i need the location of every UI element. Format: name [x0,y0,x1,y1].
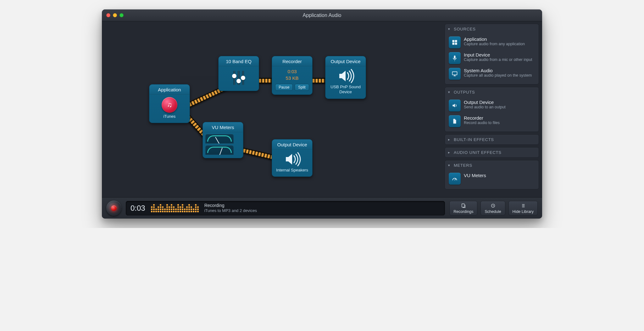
library-sidebar: ▾ SOURCES Application Capture audio from… [441,21,542,197]
panel-header-au[interactable]: ▸ AUDIO UNIT EFFECTS [445,148,539,157]
routing-canvas[interactable]: Application ♫ iTunes 10 Band EQ [102,21,441,197]
zoom-button[interactable] [119,13,124,17]
panel-header-builtin[interactable]: ▸ BUILT-IN EFFECTS [445,135,539,144]
node-recorder[interactable]: Recorder 0:03 53 KB Pause Split [272,56,313,95]
panel-title: SOURCES [454,27,476,31]
button-label: Recordings [453,209,473,214]
panel-sources: ▾ SOURCES Application Capture audio from… [445,24,539,84]
record-button[interactable] [106,201,121,216]
recorder-time: 0:03 [287,69,297,74]
window-controls [106,13,124,17]
panel-outputs: ▾ OUTPUTS Output Device Send audio to an… [445,87,539,132]
library-item-title: Input Device [464,52,532,57]
clock-icon [490,203,496,208]
main-body: Application ♫ iTunes 10 Band EQ [102,21,542,197]
title-bar: Application Audio [102,9,542,21]
library-item-desc: Capture audio from any application [464,42,525,47]
chevron-down-icon: ▾ [448,90,452,94]
library-item-input-device[interactable]: Input Device Capture audio from a mic or… [447,50,536,66]
panel-builtin-effects: ▸ BUILT-IN EFFECTS [445,134,539,145]
library-item-title: System Audio [464,68,532,73]
node-sublabel: Internal Speakers [276,168,308,173]
panel-title: METERS [454,163,472,168]
chevron-down-icon: ▾ [448,163,452,167]
panel-title: OUTPUTS [454,90,475,95]
hide-library-button[interactable]: Hide Library [508,201,538,215]
node-sublabel: USB PnP Sound Device [330,84,361,95]
node-application[interactable]: Application ♫ iTunes [149,84,190,123]
close-button[interactable] [106,13,110,17]
microphone-icon [449,52,461,64]
chevron-down-icon: ▾ [448,27,452,31]
file-icon [449,115,461,127]
library-item-desc: Capture audio from a mic or other input [464,57,532,62]
schedule-button[interactable]: Schedule [480,201,505,215]
minimize-button[interactable] [113,13,117,17]
chevron-right-icon: ▸ [448,138,452,142]
library-item-output-device[interactable]: Output Device Send audio to an output [447,98,536,113]
library-item-vu-meters[interactable]: VU Meters [447,171,536,187]
vu-meter-icon [203,132,243,155]
status-line2: iTunes to MP3 and 2 devices [204,208,257,213]
app-icon [449,36,461,48]
footer-buttons: Recordings Schedule Hide Library [449,201,538,215]
status-text: Recording iTunes to MP3 and 2 devices [204,203,257,213]
library-item-application[interactable]: Application Capture audio from any appli… [447,35,536,50]
gauge-icon [449,173,461,185]
record-led-icon [111,205,117,211]
node-title: VU Meters [203,122,243,132]
display-icon [449,68,461,80]
window-title: Application Audio [102,13,542,18]
node-sublabel: iTunes [164,114,176,119]
node-eq[interactable]: 10 Band EQ [218,56,259,91]
node-title: Recorder [272,56,312,66]
speaker-icon [336,69,356,83]
node-title: Output Device [272,139,312,149]
panel-header-meters[interactable]: ▾ METERS [445,160,539,170]
speaker-icon [282,152,302,166]
node-title: Application [149,84,190,95]
library-item-title: Application [464,36,525,42]
chevron-right-icon: ▸ [448,150,452,155]
library-item-desc: Record audio to files [464,121,500,126]
panel-title: AUDIO UNIT EFFECTS [454,150,502,155]
list-icon [520,203,526,208]
level-meter-icon [151,204,199,212]
library-item-title: Recorder [464,115,500,121]
library-item-desc: Send audio to an output [464,105,506,110]
recorder-size: 53 KB [286,75,299,81]
recordings-button[interactable]: Recordings [449,201,477,215]
button-label: Hide Library [513,209,534,214]
status-display: 0:03 Recording iTunes to MP3 and 2 devic… [126,201,445,215]
svg-rect-1 [462,204,464,207]
app-window: Application Audio Application ♫ iTunes 1… [102,9,542,219]
node-vu-meters[interactable]: VU Meters [203,122,243,158]
node-title: Output Device [325,56,366,66]
svg-rect-0 [452,72,457,75]
pause-button[interactable]: Pause [275,84,293,91]
library-item-system-audio[interactable]: System Audio Capture all audio played on… [447,66,536,82]
panel-header-sources[interactable]: ▾ SOURCES [445,24,539,34]
node-title: 10 Band EQ [219,56,259,66]
node-output-usb[interactable]: Output Device USB PnP Sound Device [325,56,366,99]
footer-bar: 0:03 Recording iTunes to MP3 and 2 devic… [102,197,542,219]
status-time: 0:03 [130,204,145,213]
split-button[interactable]: Split [295,84,309,91]
library-item-title: Output Device [464,100,506,105]
itunes-icon: ♫ [162,97,177,113]
library-item-recorder[interactable]: Recorder Record audio to files [447,113,536,129]
speaker-icon [449,100,461,111]
library-item-desc: Capture all audio played on the system [464,73,532,78]
panel-au-effects: ▸ AUDIO UNIT EFFECTS [445,147,539,158]
library-item-title: VU Meters [464,173,486,178]
recordings-icon [461,203,466,208]
panel-header-outputs[interactable]: ▾ OUTPUTS [445,87,539,97]
eq-sliders-icon [233,69,244,85]
panel-title: BUILT-IN EFFECTS [454,137,494,142]
button-label: Schedule [485,209,501,214]
panel-meters: ▾ METERS VU Meters [445,160,539,189]
status-line1: Recording [204,203,257,208]
node-output-internal[interactable]: Output Device Internal Speakers [272,139,313,177]
